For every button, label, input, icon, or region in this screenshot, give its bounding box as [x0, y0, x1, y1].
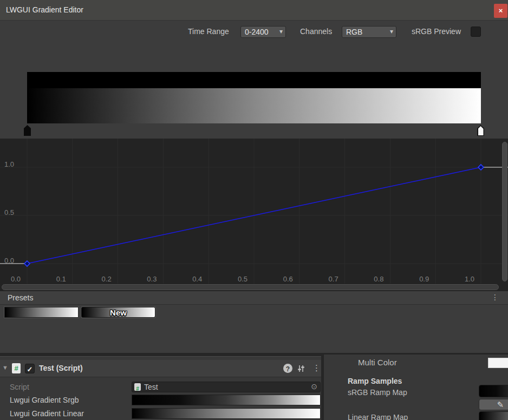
- multi-color-label: Multi Color: [358, 358, 397, 367]
- enable-checkbox[interactable]: ✓: [25, 364, 35, 373]
- gradient-linear-field[interactable]: [132, 408, 321, 419]
- script-field-label: Script: [10, 383, 29, 391]
- presets-title: Presets: [8, 293, 33, 302]
- time-range-dropdown[interactable]: 0-2400 ▾: [240, 26, 286, 38]
- linear-ramp-map-label: Linear Ramp Map: [348, 413, 408, 420]
- gradient-srgb-field[interactable]: [132, 395, 321, 405]
- gradient-preview-bar[interactable]: [27, 88, 481, 123]
- x-tick-label: 0.7: [323, 275, 344, 283]
- gradient-key-left[interactable]: [24, 125, 31, 136]
- csharp-script-icon: #: [12, 363, 21, 373]
- preset-new-label: New: [82, 308, 155, 317]
- y-tick-label: 0.5: [4, 208, 21, 216]
- gradient-srgb-row: Lwgui Gradient Srgb: [0, 395, 321, 405]
- multi-color-swatch[interactable]: [488, 358, 508, 368]
- x-tick-label: 0.1: [50, 275, 72, 283]
- gradient-alpha-track[interactable]: [27, 72, 481, 88]
- ramp-samples-header: Ramp Samples: [348, 377, 402, 385]
- x-tick-label: 0.9: [413, 275, 435, 283]
- object-picker-icon[interactable]: ⊙: [311, 382, 317, 391]
- pencil-icon: ✎: [497, 400, 504, 409]
- close-button[interactable]: ×: [494, 4, 507, 18]
- x-tick-label: 1.0: [459, 275, 480, 283]
- srgb-ramp-thumbnail[interactable]: [479, 385, 508, 397]
- inspector-panel: ▼ # ✓ Test (Script) ? ⋮ Script # Test ⊙: [0, 356, 321, 420]
- more-icon[interactable]: ⋮: [491, 293, 499, 301]
- x-tick-label: 0.2: [96, 275, 118, 283]
- x-tick-label: 0.5: [232, 275, 253, 283]
- presets-header: Presets ⋮: [0, 291, 508, 305]
- channels-dropdown[interactable]: RGB ▾: [342, 26, 396, 38]
- script-row: Script # Test ⊙: [0, 382, 321, 392]
- csharp-script-icon: #: [134, 383, 141, 391]
- gradient-srgb-label: Lwgui Gradient Srgb: [10, 396, 79, 404]
- close-icon: ×: [499, 6, 503, 15]
- channels-value: RGB: [346, 28, 362, 36]
- help-icon[interactable]: ?: [283, 364, 292, 373]
- gradient-key-right[interactable]: [477, 125, 484, 136]
- gradient-editor-window: LWGUI Gradient Editor × Time Range 0-240…: [0, 0, 508, 353]
- toolbar: Time Range 0-2400 ▾ Channels RGB ▾ sRGB …: [0, 21, 508, 43]
- curve-editor[interactable]: 0.00.51.0 0.00.10.20.30.40.50.60.70.80.9…: [0, 139, 508, 291]
- x-tick-label: 0.6: [277, 275, 299, 283]
- curve-key-point[interactable]: [24, 261, 30, 266]
- y-tick-label: 0.0: [4, 257, 21, 264]
- y-tick-label: 1.0: [4, 160, 21, 168]
- srgb-ramp-map-label: sRGB Ramp Map: [348, 388, 407, 397]
- preset-swatch[interactable]: [4, 307, 79, 318]
- component-header[interactable]: ▼ # ✓ Test (Script) ? ⋮: [0, 360, 321, 377]
- horizontal-scrollbar[interactable]: [2, 284, 499, 290]
- x-tick-label: 0.3: [141, 275, 162, 283]
- chevron-down-icon: ▾: [390, 26, 393, 37]
- presets-icon[interactable]: [297, 364, 305, 375]
- time-range-label: Time Range: [188, 27, 229, 36]
- script-object-value: Test: [144, 383, 158, 391]
- material-inspector-panel: Multi Color Ramp Samples sRGB Ramp Map ✎…: [323, 354, 508, 420]
- more-icon[interactable]: ⋮: [312, 363, 321, 373]
- foldout-icon[interactable]: ▼: [2, 364, 8, 371]
- script-object-field[interactable]: # Test ⊙: [132, 382, 321, 392]
- curve-plot[interactable]: [0, 139, 508, 291]
- srgb-preview-label: sRGB Preview: [412, 27, 461, 36]
- time-range-value: 0-2400: [245, 28, 269, 36]
- x-tick-label: 0.0: [5, 275, 27, 283]
- edit-ramp-button[interactable]: ✎: [479, 399, 508, 410]
- window-titlebar[interactable]: LWGUI Gradient Editor ×: [0, 0, 508, 21]
- vertical-scrollbar[interactable]: [502, 142, 507, 281]
- gradient-linear-label: Lwgui Gradient Linear: [10, 409, 84, 418]
- channels-label: Channels: [300, 27, 332, 36]
- window-title: LWGUI Gradient Editor: [6, 5, 83, 14]
- curve-key-point[interactable]: [478, 165, 484, 170]
- chevron-down-icon: ▾: [279, 26, 283, 37]
- x-tick-label: 0.4: [186, 275, 208, 283]
- screen: LWGUI Gradient Editor × Time Range 0-240…: [0, 0, 508, 420]
- x-tick-label: 0.8: [368, 275, 389, 283]
- preset-swatch-new[interactable]: New: [81, 307, 155, 318]
- linear-ramp-thumbnail[interactable]: [479, 411, 508, 420]
- gradient-linear-row: Lwgui Gradient Linear: [0, 408, 321, 419]
- srgb-preview-checkbox[interactable]: [471, 27, 481, 37]
- component-title: Test (Script): [39, 364, 83, 372]
